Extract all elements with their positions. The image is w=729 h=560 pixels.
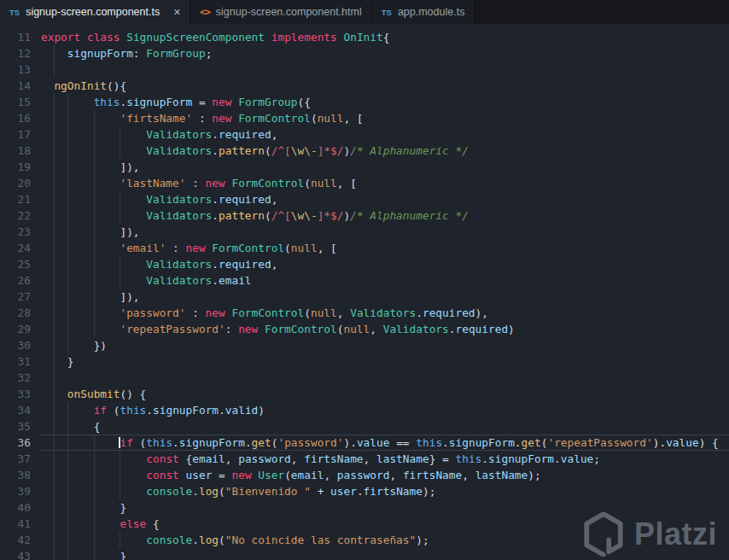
code-text[interactable]: {	[41, 418, 729, 435]
code-text[interactable]: const user = new User(email, password, f…	[41, 467, 729, 483]
line-number[interactable]: 18	[0, 143, 31, 159]
code-token: lastName	[376, 452, 429, 465]
line-number[interactable]: 17	[0, 126, 31, 143]
code-text[interactable]: ]),	[41, 159, 729, 175]
code-token: .	[212, 209, 219, 222]
code-text[interactable]: ]),	[41, 289, 729, 305]
line-number[interactable]: 38	[0, 467, 31, 483]
line-number[interactable]: 27	[0, 289, 31, 305]
indent-guide	[94, 272, 95, 289]
line-number[interactable]: 40	[0, 499, 31, 516]
code-text[interactable]: Validators.pattern(/^[\w\-]*$/)/* Alphan…	[41, 143, 729, 159]
code-token: new	[206, 306, 225, 319]
code-text[interactable]: onSubmit() {	[41, 386, 729, 402]
code-text[interactable]: console.log("Bienvenido " + user.firtsNa…	[41, 483, 729, 499]
tab-app.module.ts[interactable]: TSapp.module.ts	[372, 0, 475, 24]
line-number[interactable]: 20	[0, 175, 31, 191]
code-text[interactable]: Validators.required,	[41, 191, 729, 207]
tab-close-icon[interactable]: ×	[173, 6, 180, 18]
html-file-icon: <>	[200, 7, 209, 17]
code-token: signupForm	[67, 47, 133, 60]
code-text[interactable]: })	[41, 337, 729, 353]
code-text[interactable]	[41, 370, 729, 386]
line-number[interactable]: 39	[0, 483, 31, 499]
indent-guide	[94, 321, 95, 337]
line-number[interactable]: 25	[0, 256, 31, 272]
code-line-35: 35{	[0, 418, 729, 435]
line-number[interactable]: 26	[0, 272, 31, 289]
line-number[interactable]: 30	[0, 337, 31, 353]
line-number[interactable]: 31	[0, 353, 31, 370]
indent-guide	[94, 467, 95, 483]
line-number[interactable]: 23	[0, 224, 31, 240]
code-token: .	[515, 436, 522, 449]
code-text[interactable]: }	[41, 353, 729, 370]
code-token: signupForm	[153, 404, 219, 417]
code-text[interactable]: Validators.email	[41, 272, 729, 289]
code-text[interactable]: 'repeatPassword': new FormControl(null, …	[41, 321, 729, 337]
line-number[interactable]: 22	[0, 207, 31, 224]
line-number[interactable]: 21	[0, 191, 31, 207]
line-number[interactable]: 15	[0, 94, 31, 110]
code-token: (	[284, 469, 291, 481]
code-text[interactable]: ngOnInit(){	[41, 78, 729, 94]
code-text[interactable]: ]),	[41, 224, 729, 240]
line-number[interactable]: 29	[0, 321, 31, 337]
line-number[interactable]: 13	[0, 61, 31, 78]
indent-guide	[54, 532, 55, 548]
code-text[interactable]: this.signupForm = new FormGroup({	[41, 94, 729, 110]
code-text[interactable]	[41, 61, 729, 78]
code-text[interactable]: 'firtsName' : new FormControl(null, [	[41, 110, 729, 126]
tab-signup-screen.component.ts[interactable]: TSsignup-screen.component.ts×	[0, 0, 190, 24]
code-token: \w\-	[291, 209, 318, 222]
indent-guide	[94, 159, 95, 175]
indent-guide	[120, 191, 120, 207]
code-text[interactable]: export class SignupScreenComponent imple…	[41, 29, 729, 45]
line-number[interactable]: 28	[0, 305, 31, 321]
code-token: Validators	[146, 258, 212, 271]
line-number[interactable]: 32	[0, 370, 31, 386]
line-number[interactable]: 41	[0, 516, 31, 532]
tab-signup-screen.component.html[interactable]: <>signup-screen.component.html	[190, 0, 371, 24]
line-number[interactable]: 33	[0, 386, 31, 402]
code-token: ).	[653, 436, 666, 449]
code-text[interactable]: 'password' : new FormControl(null, Valid…	[41, 305, 729, 321]
code-text[interactable]: }	[41, 499, 729, 516]
code-text[interactable]: 'email' : new FormControl(null, [	[41, 240, 729, 256]
line-number[interactable]: 43	[0, 548, 31, 560]
code-token: 'firtsName'	[120, 112, 192, 125]
line-number[interactable]: 14	[0, 78, 31, 94]
code-line-34: 34if (this.signupForm.valid)	[0, 402, 729, 418]
code-text[interactable]: Validators.required,	[41, 126, 729, 143]
line-number[interactable]: 34	[0, 402, 31, 418]
code-text[interactable]: signupForm: FormGroup;	[41, 45, 729, 61]
code-line-21: 21Validators.required,	[0, 191, 729, 207]
code-editor[interactable]: 11export class SignupScreenComponent imp…	[0, 24, 729, 560]
indent-guide	[67, 467, 68, 483]
code-token: if	[94, 404, 107, 417]
code-text[interactable]: if (this.signupForm.valid)	[41, 402, 729, 418]
indent-guide	[94, 451, 95, 467]
line-number[interactable]: 11	[0, 29, 31, 45]
line-number[interactable]: 16	[0, 110, 31, 126]
code-text[interactable]: 'lastName' : new FormControl(null, [	[41, 175, 729, 191]
code-text[interactable]: console.log("No coincide las contraseñas…	[41, 532, 729, 548]
line-number[interactable]: 19	[0, 159, 31, 175]
line-number[interactable]: 24	[0, 240, 31, 256]
indent-guide	[94, 516, 95, 532]
line-number[interactable]: 35	[0, 418, 31, 435]
code-text[interactable]: else {	[41, 516, 729, 532]
code-text[interactable]: Validators.pattern(/^[\w\-]*$/)/* Alphan…	[41, 207, 729, 224]
code-text[interactable]: }	[41, 548, 729, 560]
code-text[interactable]: if (this.signupForm.get('password').valu…	[41, 435, 729, 451]
line-number[interactable]: 36	[0, 435, 31, 451]
code-token: onSubmit	[67, 388, 120, 400]
code-text[interactable]: const {email, password, firtsName, lastN…	[41, 451, 729, 467]
line-number[interactable]: 42	[0, 532, 31, 548]
line-number[interactable]: 12	[0, 45, 31, 61]
line-number[interactable]: 37	[0, 451, 31, 467]
code-text[interactable]: Validators.required,	[41, 256, 729, 272]
code-token: =	[212, 469, 231, 481]
code-token: =	[192, 96, 212, 108]
code-line-18: 18Validators.pattern(/^[\w\-]*$/)/* Alph…	[0, 143, 729, 159]
